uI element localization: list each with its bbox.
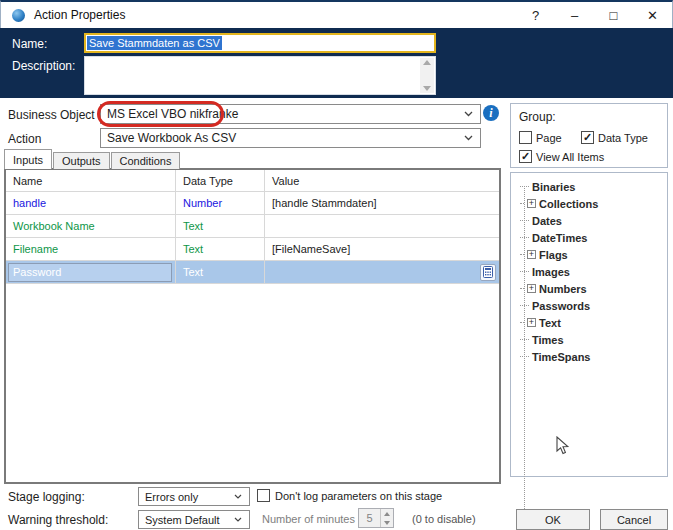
close-button[interactable]: ✕: [633, 2, 672, 28]
dont-log-checkbox[interactable]: ✓: [257, 489, 270, 502]
data-type-checkbox-label: Data Type: [598, 132, 648, 144]
page-checkbox[interactable]: ✓: [519, 131, 532, 144]
tab-conditions[interactable]: Conditions: [111, 152, 181, 169]
tree-connector: [520, 254, 524, 255]
tree-item-numbers[interactable]: + Numbers: [511, 280, 667, 297]
table-row-workbook-name[interactable]: Workbook Name Text: [6, 215, 499, 238]
tree-item-timespans[interactable]: TimeSpans: [511, 348, 667, 365]
table-row-filename[interactable]: Filename Text [FileNameSave]: [6, 238, 499, 261]
tree-item-dates[interactable]: Dates: [511, 212, 667, 229]
expand-icon[interactable]: +: [527, 199, 536, 208]
cell-value[interactable]: [FileNameSave]: [265, 238, 499, 260]
stage-logging-value: Errors only: [145, 491, 198, 503]
parameter-tabs: Inputs Outputs Conditions: [4, 150, 181, 169]
tree-item-binaries[interactable]: Binaries: [511, 178, 667, 195]
tree-connector: [520, 339, 529, 340]
cell-data-type: Text: [176, 215, 265, 237]
table-row-handle[interactable]: handle Number [handle Stammdaten]: [6, 192, 499, 215]
window-controls: ? – □ ✕: [516, 2, 672, 28]
business-object-label: Business Object: [8, 108, 95, 122]
cell-name[interactable]: Workbook Name: [6, 215, 176, 237]
cell-name[interactable]: handle: [6, 192, 176, 214]
minimize-button[interactable]: –: [555, 2, 594, 28]
tab-inputs[interactable]: Inputs: [4, 149, 52, 169]
cell-value[interactable]: [handle Stammdaten]: [265, 192, 499, 214]
column-header-data-type[interactable]: Data Type: [176, 170, 265, 191]
info-icon[interactable]: i: [483, 105, 499, 121]
cell-value[interactable]: [265, 261, 499, 283]
tree-item-text[interactable]: + Text: [511, 314, 667, 331]
tree-item-collections[interactable]: + Collections: [511, 195, 667, 212]
maximize-button[interactable]: □: [594, 2, 633, 28]
tree-connector: [520, 356, 529, 357]
tree-connector: [520, 288, 524, 289]
chevron-down-icon: [464, 135, 473, 141]
chevron-down-icon: [464, 111, 473, 117]
inputs-table: Name Data Type Value handle Number [hand…: [4, 168, 501, 484]
tree-connector: [520, 186, 529, 187]
action-value: Save Workbook As CSV: [107, 131, 236, 145]
password-name-editbox[interactable]: Password: [8, 263, 172, 282]
warning-threshold-value: System Default: [145, 514, 220, 526]
view-all-items-checkbox-row[interactable]: ✓ View All Items: [519, 150, 604, 163]
name-input-selected-text: Save Stammdaten as CSV: [87, 36, 222, 50]
warning-threshold-label: Warning threshold:: [8, 513, 108, 527]
cell-name[interactable]: Password: [6, 261, 176, 283]
spinner-up-icon[interactable]: [384, 512, 390, 516]
tree-item-images[interactable]: Images: [511, 263, 667, 280]
column-header-value[interactable]: Value: [265, 170, 499, 191]
tree-item-flags[interactable]: + Flags: [511, 246, 667, 263]
ok-button[interactable]: OK: [516, 509, 590, 530]
cancel-button[interactable]: Cancel: [600, 509, 668, 530]
data-items-tree: Binaries + Collections Dates DateTimes +…: [510, 172, 668, 477]
description-textarea[interactable]: [84, 56, 436, 95]
chevron-down-icon: [234, 494, 242, 499]
name-input[interactable]: Save Stammdaten as CSV: [84, 33, 436, 53]
tree-connector: [520, 305, 529, 306]
expand-icon[interactable]: +: [527, 284, 536, 293]
name-label: Name:: [12, 37, 47, 51]
action-label: Action: [8, 132, 41, 146]
cell-name[interactable]: Filename: [6, 238, 176, 260]
calculator-icon[interactable]: [480, 264, 496, 281]
number-of-minutes-label: Number of minutes: [262, 513, 355, 525]
minutes-spinner[interactable]: 5: [358, 508, 394, 528]
stage-logging-dropdown[interactable]: Errors only: [138, 487, 250, 506]
group-panel: Group: ✓ Page ✓ Data Type ✓ View All Ite…: [510, 103, 668, 168]
tree-item-times[interactable]: Times: [511, 331, 667, 348]
mouse-cursor: [556, 436, 570, 460]
column-header-name[interactable]: Name: [6, 170, 176, 191]
spinner-arrows[interactable]: [380, 509, 393, 527]
blueprism-app-icon: [12, 9, 25, 22]
description-scrollbar[interactable]: [420, 58, 434, 93]
minutes-value: 5: [359, 509, 380, 527]
spinner-down-icon[interactable]: [384, 521, 390, 525]
business-object-dropdown[interactable]: MS Excel VBO nikfranke: [100, 104, 481, 124]
scrollbar-up-icon[interactable]: [423, 60, 431, 65]
tree-connector: [520, 271, 529, 272]
warning-threshold-dropdown[interactable]: System Default: [138, 510, 250, 529]
cell-value[interactable]: [265, 215, 499, 237]
description-label: Description:: [12, 59, 75, 73]
expand-icon[interactable]: +: [527, 318, 536, 327]
cell-data-type: Number: [176, 192, 265, 214]
cell-data-type: Text: [176, 238, 265, 260]
scrollbar-down-icon[interactable]: [423, 86, 431, 91]
data-type-checkbox[interactable]: ✓: [581, 131, 594, 144]
data-type-checkbox-row[interactable]: ✓ Data Type: [581, 131, 648, 144]
window-title: Action Properties: [34, 8, 125, 22]
expand-icon[interactable]: +: [527, 250, 536, 259]
view-all-items-checkbox[interactable]: ✓: [519, 150, 532, 163]
tab-outputs[interactable]: Outputs: [53, 152, 110, 169]
action-dropdown[interactable]: Save Workbook As CSV: [100, 128, 481, 148]
action-properties-dialog: Action Properties ? – □ ✕ Name: Save Sta…: [0, 0, 673, 530]
chevron-down-icon: [234, 517, 242, 522]
help-button[interactable]: ?: [516, 2, 555, 28]
business-object-value: MS Excel VBO nikfranke: [107, 107, 238, 121]
page-checkbox-row[interactable]: ✓ Page: [519, 131, 562, 144]
title-bar[interactable]: Action Properties ? – □ ✕: [0, 0, 673, 28]
tree-item-datetimes[interactable]: DateTimes: [511, 229, 667, 246]
table-row-password[interactable]: Password Text: [6, 261, 499, 284]
tree-item-passwords[interactable]: Passwords: [511, 297, 667, 314]
dont-log-label: Don't log parameters on this stage: [275, 490, 442, 502]
